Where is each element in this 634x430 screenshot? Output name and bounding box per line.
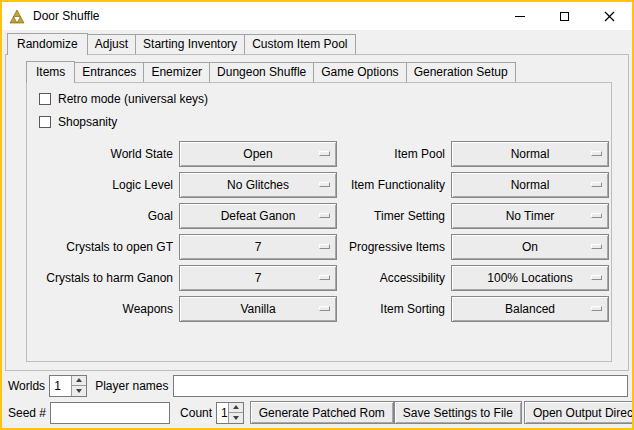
count-spin-up-button[interactable]	[228, 403, 243, 413]
worlds-spinbox[interactable]: 1	[49, 375, 87, 397]
item-functionality-value: Normal	[511, 178, 550, 192]
items-pane: Retro mode (universal keys) Shopsanity W…	[26, 82, 612, 362]
dropdown-indicator-icon	[591, 306, 602, 311]
seed-label: Seed #	[8, 406, 46, 420]
sub-notebook: Items Entrances Enemizer Dungeon Shuffle…	[26, 61, 612, 362]
crystals-open-gt-label: Crystals to open GT	[35, 240, 175, 254]
shopsanity-checkbox[interactable]	[39, 116, 51, 128]
count-value: 1	[217, 403, 228, 423]
worlds-value: 1	[50, 376, 71, 396]
item-sorting-label: Item Sorting	[341, 302, 447, 316]
logic-level-value: No Glitches	[227, 178, 289, 192]
spin-up-icon	[76, 378, 82, 382]
goal-label: Goal	[35, 209, 175, 223]
crystals-harm-ganon-value: 7	[255, 271, 262, 285]
tab-items[interactable]: Items	[26, 61, 75, 83]
tab-enemizer[interactable]: Enemizer	[143, 62, 210, 82]
randomize-pane: Items Entrances Enemizer Dungeon Shuffle…	[5, 54, 629, 371]
close-button[interactable]	[587, 2, 632, 30]
titlebar[interactable]: Door Shuffle	[2, 2, 632, 30]
logic-level-label: Logic Level	[35, 178, 175, 192]
tab-generation-setup[interactable]: Generation Setup	[406, 62, 516, 82]
crystals-open-gt-value: 7	[255, 240, 262, 254]
dropdown-indicator-icon	[319, 213, 330, 218]
open-output-directory-button[interactable]: Open Output Directory	[524, 401, 634, 424]
door-shuffle-window: Door Shuffle Randomize Adjust Starting I…	[0, 0, 634, 430]
dropdown-indicator-icon	[319, 306, 330, 311]
item-sorting-dropdown[interactable]: Balanced	[451, 296, 609, 322]
generate-patched-rom-button[interactable]: Generate Patched Rom	[250, 401, 394, 424]
timer-setting-value: No Timer	[506, 209, 555, 223]
options-grid: World State Open Item Pool Normal Logic …	[35, 141, 603, 322]
item-functionality-label: Item Functionality	[341, 178, 447, 192]
item-pool-label: Item Pool	[341, 147, 447, 161]
weapons-dropdown[interactable]: Vanilla	[179, 296, 337, 322]
shopsanity-checkbox-row[interactable]: Shopsanity	[39, 115, 605, 129]
goal-dropdown[interactable]: Defeat Ganon	[179, 203, 337, 229]
tab-randomize[interactable]: Randomize	[7, 33, 88, 55]
item-functionality-dropdown[interactable]: Normal	[451, 172, 609, 198]
count-label: Count	[180, 406, 212, 420]
goal-value: Defeat Ganon	[221, 209, 296, 223]
tab-starting-inventory[interactable]: Starting Inventory	[135, 34, 245, 54]
count-spinbox[interactable]: 1	[216, 402, 244, 424]
tab-custom-item-pool[interactable]: Custom Item Pool	[244, 34, 355, 54]
dropdown-indicator-icon	[319, 151, 330, 156]
worlds-spin-down-button[interactable]	[71, 385, 86, 396]
minimize-button[interactable]	[497, 2, 542, 30]
shopsanity-label: Shopsanity	[58, 115, 117, 129]
tab-entrances[interactable]: Entrances	[74, 62, 144, 82]
world-state-dropdown[interactable]: Open	[179, 141, 337, 167]
logic-level-dropdown[interactable]: No Glitches	[179, 172, 337, 198]
spin-down-icon	[76, 389, 82, 393]
close-icon	[604, 11, 615, 22]
accessibility-value: 100% Locations	[487, 271, 572, 285]
progressive-items-value: On	[522, 240, 538, 254]
crystals-harm-ganon-dropdown[interactable]: 7	[179, 265, 337, 291]
player-names-input[interactable]	[173, 375, 629, 397]
dropdown-indicator-icon	[591, 244, 602, 249]
player-names-label: Player names	[95, 379, 168, 393]
dropdown-indicator-icon	[591, 275, 602, 280]
item-pool-dropdown[interactable]: Normal	[451, 141, 609, 167]
bottom-controls: Worlds 1 Player names Seed # Count 1	[2, 371, 632, 428]
retro-mode-checkbox-row[interactable]: Retro mode (universal keys)	[39, 92, 605, 106]
worlds-row: Worlds 1 Player names	[8, 374, 628, 397]
maximize-button[interactable]	[542, 2, 587, 30]
dropdown-indicator-icon	[319, 244, 330, 249]
main-tabbar: Randomize Adjust Starting Inventory Cust…	[5, 33, 629, 54]
dropdown-indicator-icon	[591, 151, 602, 156]
accessibility-dropdown[interactable]: 100% Locations	[451, 265, 609, 291]
retro-mode-checkbox[interactable]	[39, 93, 51, 105]
dropdown-indicator-icon	[319, 182, 330, 187]
maximize-icon	[560, 12, 569, 21]
app-icon	[9, 8, 25, 24]
main-notebook: Randomize Adjust Starting Inventory Cust…	[5, 33, 629, 371]
timer-setting-dropdown[interactable]: No Timer	[451, 203, 609, 229]
weapons-label: Weapons	[35, 302, 175, 316]
worlds-label: Worlds	[8, 379, 45, 393]
seed-input[interactable]	[50, 402, 170, 424]
tab-adjust[interactable]: Adjust	[87, 34, 136, 54]
dropdown-indicator-icon	[591, 182, 602, 187]
retro-mode-label: Retro mode (universal keys)	[58, 92, 208, 106]
dropdown-indicator-icon	[591, 213, 602, 218]
world-state-value: Open	[243, 147, 272, 161]
item-pool-value: Normal	[511, 147, 550, 161]
progressive-items-dropdown[interactable]: On	[451, 234, 609, 260]
sub-tabbar: Items Entrances Enemizer Dungeon Shuffle…	[26, 61, 612, 82]
spin-down-icon	[233, 416, 239, 420]
worlds-spin-up-button[interactable]	[71, 376, 86, 386]
count-spin-down-button[interactable]	[228, 412, 243, 423]
item-sorting-value: Balanced	[505, 302, 555, 316]
crystals-open-gt-dropdown[interactable]: 7	[179, 234, 337, 260]
crystals-harm-ganon-label: Crystals to harm Ganon	[35, 271, 175, 285]
tab-dungeon-shuffle[interactable]: Dungeon Shuffle	[209, 62, 314, 82]
world-state-label: World State	[35, 147, 175, 161]
tab-game-options[interactable]: Game Options	[313, 62, 406, 82]
window-controls	[497, 2, 632, 30]
minimize-icon	[515, 16, 525, 17]
save-settings-button[interactable]: Save Settings to File	[394, 401, 522, 424]
spin-up-icon	[233, 405, 239, 409]
accessibility-label: Accessibility	[341, 271, 447, 285]
